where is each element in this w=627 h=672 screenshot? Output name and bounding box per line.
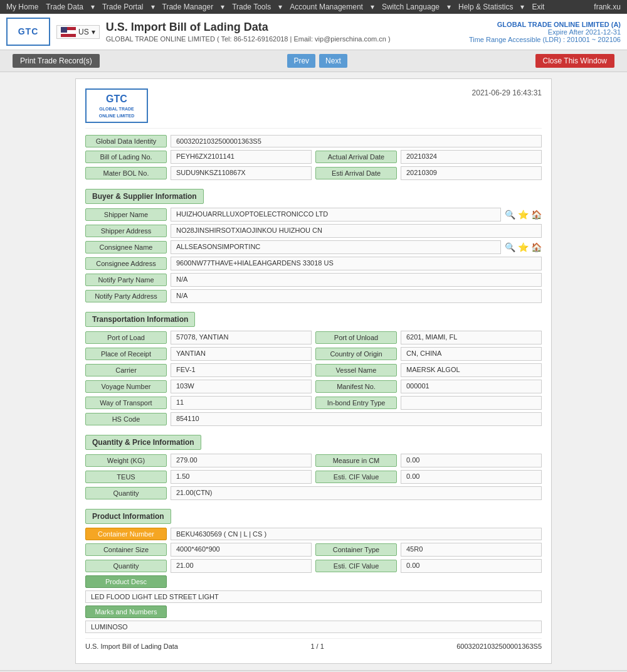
- notify-party-name-value: N/A: [171, 273, 542, 287]
- product-section-header: Product Information: [85, 509, 171, 524]
- nav-trade-manager[interactable]: Trade Manager: [162, 3, 214, 11]
- container-number-value: BEKU4630569 ( CN | L | CS ): [171, 528, 542, 540]
- shipper-name-label: Shipper Name: [85, 208, 167, 221]
- consignee-address-label: Consignee Address: [85, 257, 167, 270]
- container-type-field: Container Type 45R0: [315, 543, 542, 557]
- container-size-type-row: Container Size 4000*460*900 Container Ty…: [85, 543, 542, 557]
- quantity-label: Quantity: [85, 487, 167, 499]
- notify-party-address-label: Notify Party Address: [85, 290, 167, 302]
- consignee-address-value: 9600NW77THAVE+HIALEAHGARDENS 33018 US: [171, 257, 542, 270]
- close-window-button[interactable]: Close This Window: [535, 54, 614, 68]
- mater-bol-value: SUDU9NKSZ110867X: [171, 166, 312, 180]
- voyage-number-field: Voyage Number 103W: [85, 380, 312, 393]
- document-footer: U.S. Import Bill of Lading Data 1 / 1 60…: [85, 638, 542, 654]
- teus-label: TEUS: [85, 471, 167, 483]
- shipper-name-value: HUIZHOUARRLLUXOPTOELECTRONICCO LTD: [171, 208, 501, 221]
- flag-selector[interactable]: US ▾: [56, 25, 100, 39]
- bill-of-lading-label: Bill of Lading No.: [85, 151, 167, 163]
- next-button[interactable]: Next: [319, 54, 347, 68]
- carrier-label: Carrier: [85, 364, 167, 376]
- notify-party-name-row: Notify Party Name N/A: [85, 273, 542, 287]
- top-toolbar: Print Trade Record(s) Prev Next Close Th…: [0, 50, 627, 72]
- toolbar-left: Print Trade Record(s): [13, 54, 100, 68]
- nav-trade-tools[interactable]: Trade Tools: [232, 3, 271, 11]
- company-logo: GTC: [6, 18, 50, 46]
- esti-cif2-field: Esti. CIF Value 0.00: [315, 559, 542, 573]
- weight-measure-row: Weight (KG) 279.00 Measure in CM 0.00: [85, 454, 542, 467]
- marks-numbers-value: LUMINOSO: [85, 621, 542, 633]
- actual-arrival-label: Actual Arrival Date: [315, 151, 397, 163]
- user-name: frank.xu: [594, 3, 621, 11]
- nav-trade-data[interactable]: Trade Data: [46, 3, 83, 11]
- shipper-search-icon[interactable]: 🔍: [505, 210, 515, 220]
- nav-trade-portal[interactable]: Trade Portal: [102, 3, 144, 11]
- place-of-receipt-field: Place of Receipt YANTIAN: [85, 347, 312, 361]
- bill-of-lading-field: Bill of Lading No. PEYH6ZX2101141: [85, 150, 312, 164]
- voyage-number-value: 103W: [171, 380, 312, 393]
- header-title-block: U.S. Import Bill of Lading Data GLOBAL T…: [106, 21, 391, 43]
- esti-arrival-label: Esti Arrival Date: [315, 167, 397, 179]
- nav-account-management[interactable]: Account Management: [290, 3, 363, 11]
- document-header: GTC GLOBAL TRADEONLINE LIMITED 2021-06-2…: [85, 88, 542, 129]
- country-of-origin-value: CN, CHINA: [401, 347, 542, 361]
- product-desc-label: Product Desc: [85, 575, 167, 588]
- carrier-field: Carrier FEV-1: [85, 363, 312, 377]
- expire-info: Expire After 2021-12-31: [469, 28, 621, 36]
- voyage-manifest-row: Voyage Number 103W Manifest No. 000001: [85, 380, 542, 393]
- container-number-row: Container Number BEKU4630569 ( CN | L | …: [85, 528, 542, 540]
- nav-switch-language[interactable]: Switch Language: [382, 3, 440, 11]
- bill-of-lading-value: PEYH6ZX2101141: [171, 150, 312, 164]
- consignee-star-icon[interactable]: ⭐: [518, 242, 529, 252]
- flag-label: US: [78, 28, 89, 36]
- quantity2-field: Quantity 21.00: [85, 559, 312, 573]
- voyage-number-label: Voyage Number: [85, 380, 167, 393]
- way-of-transport-label: Way of Transport: [85, 397, 167, 409]
- nav-exit[interactable]: Exit: [532, 3, 544, 11]
- top-navigation: My Home Trade Data ▾ Trade Portal ▾ Trad…: [0, 0, 627, 14]
- inbond-entry-type-value: [401, 396, 542, 410]
- footer-doc-label: U.S. Import Bill of Lading Data: [85, 643, 178, 650]
- port-of-unload-value: 6201, MIAMI, FL: [401, 331, 542, 344]
- prev-button[interactable]: Prev: [287, 54, 315, 68]
- vessel-name-value: MAERSK ALGOL: [401, 363, 542, 377]
- quantity2-value: 21.00: [171, 559, 312, 573]
- country-of-origin-label: Country of Origin: [315, 348, 397, 360]
- carrier-value: FEV-1: [171, 363, 312, 377]
- product-desc-value: LED FLOOD LIGHT LED STREET LIGHT: [85, 590, 542, 603]
- bol-row: Bill of Lading No. PEYH6ZX2101141 Actual…: [85, 150, 542, 164]
- shipper-icons: 🔍 ⭐ 🏠: [505, 210, 542, 220]
- weight-kg-field: Weight (KG) 279.00: [85, 454, 312, 467]
- print-button[interactable]: Print Trade Record(s): [13, 54, 100, 68]
- flag-dropdown-icon[interactable]: ▾: [92, 28, 95, 36]
- teus-field: TEUS 1.50: [85, 470, 312, 484]
- toolbar-center: Prev Next: [287, 54, 347, 68]
- notify-party-address-value: N/A: [171, 289, 542, 303]
- nav-my-home[interactable]: My Home: [6, 3, 38, 11]
- footer-page: 1 / 1: [310, 643, 324, 650]
- port-of-unload-label: Port of Unload: [315, 331, 397, 344]
- logo-area: GTC US ▾ U.S. Import Bill of Lading Data…: [6, 18, 391, 46]
- measure-in-cm-value: 0.00: [401, 454, 542, 467]
- consignee-home-icon[interactable]: 🏠: [531, 242, 542, 252]
- global-data-identity-row: Global Data Identity 6003202103250000136…: [85, 135, 542, 147]
- buyer-supplier-section-header: Buyer & Supplier Information: [85, 189, 204, 204]
- inbond-entry-type-label: In-bond Entry Type: [315, 397, 397, 409]
- port-of-load-field: Port of Load 57078, YANTIAN: [85, 331, 312, 344]
- hs-code-label: HS Code: [85, 413, 167, 425]
- manifest-no-field: Manifest No. 000001: [315, 380, 542, 393]
- measure-in-cm-field: Measure in CM 0.00: [315, 454, 542, 467]
- quantity-row: Quantity 21.00(CTN): [85, 486, 542, 500]
- shipper-address-value: NO28JINSHIRSOTXIAOJINKOU HUIZHOU CN: [171, 224, 542, 238]
- consignee-name-value: ALLSEASONSIMPORTINC: [171, 240, 501, 254]
- footer-id: 60032021032500001363S5: [456, 643, 542, 650]
- consignee-search-icon[interactable]: 🔍: [505, 242, 515, 252]
- shipper-star-icon[interactable]: ⭐: [518, 210, 529, 220]
- shipper-home-icon[interactable]: 🏠: [531, 210, 542, 220]
- measure-in-cm-label: Measure in CM: [315, 454, 397, 467]
- transport-inbond-row: Way of Transport 11 In-bond Entry Type: [85, 396, 542, 410]
- container-type-value: 45R0: [401, 543, 542, 557]
- nav-help-statistics[interactable]: Help & Statistics: [458, 3, 513, 11]
- manifest-no-value: 000001: [401, 380, 542, 393]
- country-of-origin-field: Country of Origin CN, CHINA: [315, 347, 542, 361]
- place-of-receipt-value: YANTIAN: [171, 347, 312, 361]
